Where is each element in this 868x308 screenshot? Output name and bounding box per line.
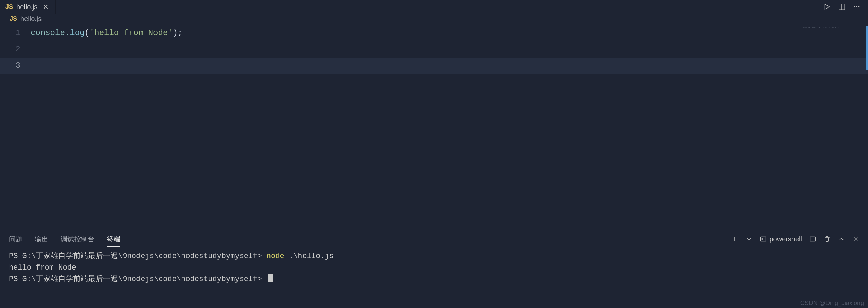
- tab-terminal[interactable]: 终端: [107, 231, 120, 247]
- token-string: 'hello from Node': [89, 28, 173, 37]
- watermark: CSDN @Ding_Jiaxiong: [800, 299, 864, 307]
- term-args: .\hello.js: [284, 252, 334, 260]
- token-paren: ): [173, 28, 178, 37]
- term-prompt: PS G:\丁家雄自学前端最后一遍\9nodejs\code\nodestudy…: [9, 275, 266, 283]
- close-panel-icon[interactable]: [852, 236, 859, 242]
- editor[interactable]: 1 console.log('hello from Node'); 2 3 co…: [0, 25, 868, 230]
- trash-icon[interactable]: [824, 236, 831, 242]
- run-icon[interactable]: [823, 3, 831, 11]
- code-line-1: 1 console.log('hello from Node');: [0, 25, 868, 41]
- chevron-down-icon[interactable]: [746, 236, 752, 242]
- panel-tab-list: 问题 输出 调试控制台 终端: [9, 230, 120, 248]
- tab-problems[interactable]: 问题: [9, 232, 22, 246]
- tab-filename: hello.js: [16, 3, 37, 11]
- js-icon: JS: [5, 3, 13, 11]
- chevron-up-icon[interactable]: [838, 236, 845, 242]
- term-command: node: [266, 252, 284, 260]
- breadcrumb-file: hello.js: [20, 15, 42, 23]
- minimap-scroll-indicator[interactable]: [866, 26, 868, 70]
- shell-name: powershell: [769, 235, 802, 243]
- tab-debug-console[interactable]: 调试控制台: [61, 232, 95, 246]
- token-semi: ;: [178, 28, 182, 37]
- svg-rect-7: [761, 237, 766, 241]
- svg-point-3: [856, 6, 857, 7]
- js-icon: JS: [10, 15, 17, 22]
- terminal-output: hello from Node: [9, 262, 859, 274]
- minimap-text: console.log('hello from Node');: [800, 26, 868, 29]
- line-number: 1: [0, 25, 31, 41]
- tab-hello-js[interactable]: JS hello.js ✕: [0, 0, 56, 14]
- panel-actions: powershell: [731, 235, 859, 243]
- code-line-2: 2: [0, 41, 868, 58]
- svg-point-4: [858, 6, 859, 7]
- terminal-line: PS G:\丁家雄自学前端最后一遍\9nodejs\code\nodestudy…: [9, 274, 859, 285]
- close-tab-button[interactable]: ✕: [41, 3, 51, 11]
- terminal-line: PS G:\丁家雄自学前端最后一遍\9nodejs\code\nodestudy…: [9, 250, 859, 262]
- tab-bar: JS hello.js ✕: [0, 0, 868, 14]
- more-icon[interactable]: [853, 3, 861, 11]
- split-terminal-icon[interactable]: [809, 236, 816, 242]
- tab-output[interactable]: 输出: [35, 232, 48, 246]
- terminal[interactable]: PS G:\丁家雄自学前端最后一遍\9nodejs\code\nodestudy…: [0, 248, 868, 308]
- line-number: 2: [0, 41, 31, 58]
- new-terminal-icon[interactable]: [731, 236, 738, 242]
- line-number: 3: [0, 58, 31, 74]
- svg-point-2: [854, 6, 855, 7]
- breadcrumb[interactable]: JS hello.js: [0, 14, 868, 25]
- token-object: console: [31, 28, 65, 37]
- term-prompt: PS G:\丁家雄自学前端最后一遍\9nodejs\code\nodestudy…: [9, 252, 266, 260]
- editor-actions: [816, 0, 868, 14]
- shell-selector[interactable]: powershell: [760, 235, 802, 243]
- token-paren: (: [84, 28, 89, 37]
- token-dot: .: [65, 28, 70, 37]
- panel-tabs: 问题 输出 调试控制台 终端 powershell: [0, 230, 868, 248]
- code-line-3: 3: [0, 58, 868, 74]
- token-function: log: [70, 28, 84, 37]
- bottom-panel: 问题 输出 调试控制台 终端 powershell: [0, 230, 868, 308]
- code-content[interactable]: console.log('hello from Node');: [31, 25, 868, 41]
- tabs-container: JS hello.js ✕: [0, 0, 56, 14]
- split-editor-icon[interactable]: [838, 3, 846, 11]
- minimap[interactable]: console.log('hello from Node');: [800, 26, 868, 230]
- terminal-cursor: [268, 274, 273, 282]
